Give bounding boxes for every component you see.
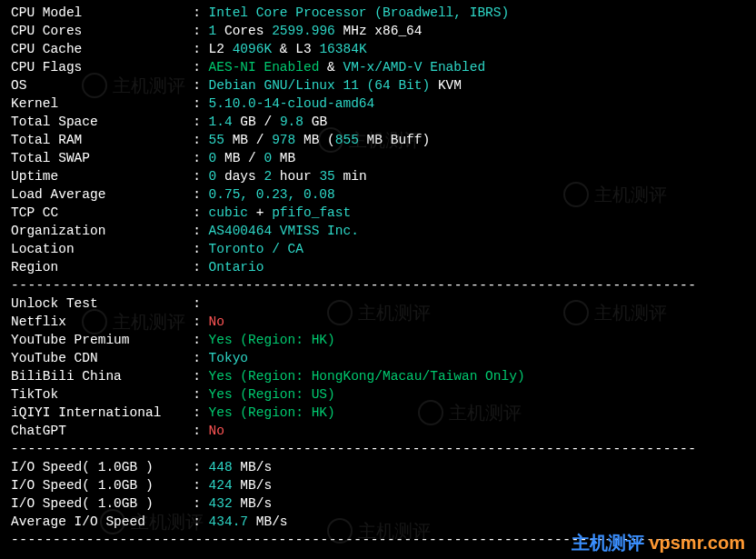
iospeed-row: Average I/O Speed : 434.7 MB/s — [11, 513, 745, 531]
field-value: No — [209, 313, 224, 331]
field-label: CPU Model — [11, 4, 193, 22]
field-value: 0 — [209, 167, 217, 185]
colon: : — [193, 494, 208, 513]
colon: : — [193, 149, 208, 167]
sysinfo-row: CPU Cores : 1 Cores 2599.996 MHz x86_64 — [11, 22, 745, 40]
field-value: Cores — [216, 22, 272, 40]
field-label: TCP CC — [11, 204, 193, 222]
field-label: I/O Speed( 1.0GB ) — [11, 458, 193, 476]
field-value: 0 — [264, 149, 272, 167]
field-value: 5.10.0-14-cloud-amd64 — [209, 95, 375, 113]
unlock-row: BiliBili China : Yes (Region: HongKong/M… — [11, 367, 745, 385]
sysinfo-row: OS : Debian GNU/Linux 11 (64 Bit) KVM — [11, 76, 745, 95]
field-value: 0.75, 0.23, 0.08 — [209, 185, 335, 204]
field-value: GB — [303, 113, 327, 131]
sysinfo-row: CPU Cache : L2 4096K & L3 16384K — [11, 40, 745, 58]
field-label: CPU Cores — [11, 22, 193, 40]
field-label: Total RAM — [11, 131, 193, 149]
field-value: + — [248, 204, 272, 222]
colon: : — [193, 422, 208, 440]
sysinfo-row: Total Space : 1.4 GB / 9.8 GB — [11, 113, 745, 131]
colon: : — [193, 385, 208, 404]
field-value: AES-NI Enabled — [209, 58, 320, 76]
unlock-row: Netflix : No — [11, 313, 745, 331]
field-label: OS — [11, 76, 193, 95]
sysinfo-row: Load Average : 0.75, 0.23, 0.08 — [11, 185, 745, 204]
field-value: Yes (Region: HK) — [209, 331, 335, 349]
colon: : — [193, 367, 208, 385]
sysinfo-row: Organization : AS400464 VMISS Inc. — [11, 222, 745, 240]
field-value: MB/s — [233, 476, 273, 494]
colon: : — [193, 40, 208, 58]
field-value: Yes (Region: HK) — [209, 404, 335, 422]
field-value: MB ( — [295, 131, 335, 149]
colon: : — [193, 113, 208, 131]
field-value: 2599.996 — [272, 22, 335, 40]
field-value: pfifo_fast — [272, 204, 351, 222]
field-value: 9.8 — [280, 113, 303, 131]
sysinfo-row: TCP CC : cubic + pfifo_fast — [11, 204, 745, 222]
watermark-cn: 主机测评 — [572, 533, 644, 553]
field-label: Total Space — [11, 113, 193, 131]
unlock-header-row: Unlock Test : — [11, 294, 745, 313]
field-value: MB Buff) — [359, 131, 430, 149]
field-value: 978 — [272, 131, 295, 149]
field-value: 55 — [209, 131, 224, 149]
field-label: Total SWAP — [11, 149, 193, 167]
colon: : — [193, 185, 208, 204]
field-label: Kernel — [11, 95, 193, 113]
colon: : — [193, 58, 208, 76]
colon: : — [193, 95, 208, 113]
colon: : — [193, 476, 208, 494]
watermark: 主机测评 vpsmr.com — [572, 534, 745, 552]
colon: : — [193, 258, 208, 276]
field-value: 0 — [209, 149, 217, 167]
field-value: No — [209, 422, 224, 440]
field-value: Yes (Region: HongKong/Macau/Taiwan Only) — [209, 367, 525, 385]
field-label: I/O Speed( 1.0GB ) — [11, 476, 193, 494]
unlock-row: TikTok : Yes (Region: US) — [11, 385, 745, 404]
sysinfo-row: Total RAM : 55 MB / 978 MB (855 MB Buff) — [11, 131, 745, 149]
field-label: YouTube Premium — [11, 331, 193, 349]
field-value: MB/s — [233, 458, 273, 476]
field-value: VM-x/AMD-V Enabled — [343, 58, 485, 76]
field-label: Unlock Test — [11, 294, 193, 313]
field-label: Netflix — [11, 313, 193, 331]
colon: : — [193, 349, 208, 367]
colon: : — [193, 167, 208, 185]
colon: : — [193, 331, 208, 349]
colon: : — [193, 313, 208, 331]
unlock-row: ChatGPT : No — [11, 422, 745, 440]
sysinfo-row: Uptime : 0 days 2 hour 35 min — [11, 167, 745, 185]
field-value: Ontario — [209, 258, 264, 276]
field-value: AS400464 VMISS Inc. — [209, 222, 359, 240]
field-value: Yes (Region: US) — [209, 385, 335, 404]
field-value: MB/s — [248, 513, 288, 531]
field-value: MHz x86_64 — [335, 22, 423, 40]
field-label: TikTok — [11, 385, 193, 404]
field-label: Region — [11, 258, 193, 276]
colon: : — [193, 240, 208, 258]
field-value: KVM — [430, 76, 462, 95]
field-value: Toronto / CA — [209, 240, 303, 258]
field-label: I/O Speed( 1.0GB ) — [11, 494, 193, 513]
field-label: YouTube CDN — [11, 349, 193, 367]
field-value: 1 — [209, 22, 217, 40]
field-value: 1.4 — [209, 113, 233, 131]
field-value: Debian GNU/Linux 11 (64 Bit) — [209, 76, 431, 95]
field-label: Organization — [11, 222, 193, 240]
field-value: & L3 — [272, 40, 319, 58]
field-value: Tokyo — [209, 349, 249, 367]
field-value: 2 — [264, 167, 272, 185]
unlock-row: YouTube CDN : Tokyo — [11, 349, 745, 367]
watermark-en: vpsmr.com — [644, 533, 745, 553]
field-value: 432 — [209, 494, 233, 513]
sysinfo-row: Kernel : 5.10.0-14-cloud-amd64 — [11, 95, 745, 113]
field-label: Load Average — [11, 185, 193, 204]
sysinfo-row: Location : Toronto / CA — [11, 240, 745, 258]
colon: : — [193, 404, 208, 422]
field-value: MB/s — [233, 494, 273, 513]
field-value: 424 — [209, 476, 233, 494]
colon: : — [193, 513, 208, 531]
sysinfo-row: Total SWAP : 0 MB / 0 MB — [11, 149, 745, 167]
